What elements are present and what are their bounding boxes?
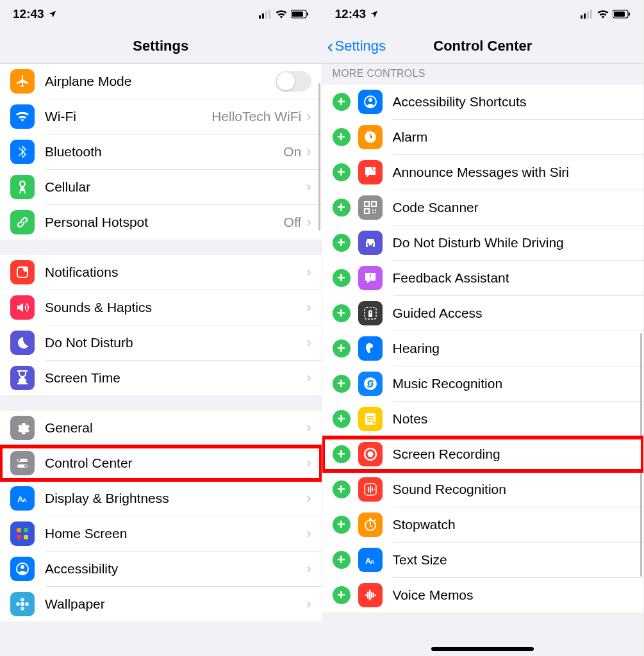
nav-bar: ‹ Settings Control Center [322, 28, 644, 64]
svg-rect-0 [259, 15, 261, 19]
notif-icon [10, 260, 35, 284]
add-button[interactable]: + [333, 375, 351, 393]
add-button[interactable]: + [333, 93, 351, 111]
row-label: Personal Hotspot [45, 215, 284, 230]
chevron-right-icon: › [306, 179, 311, 195]
row-feedback-assistant[interactable]: +!Feedback Assistant [322, 261, 644, 295]
add-button[interactable]: + [333, 516, 351, 534]
row-sound-recognition[interactable]: +Sound Recognition [322, 472, 644, 507]
row-stopwatch[interactable]: +Stopwatch [322, 507, 644, 542]
row-label: Control Center [45, 455, 306, 471]
chevron-right-icon: › [306, 144, 311, 160]
chevron-right-icon: › [306, 455, 311, 472]
add-button[interactable]: + [333, 480, 351, 498]
svg-rect-40 [372, 202, 376, 206]
switches-icon [10, 451, 35, 475]
row-alarm[interactable]: +Alarm [322, 120, 644, 154]
row-display-brightness[interactable]: AADisplay & Brightness› [0, 481, 322, 516]
row-label: Guided Access [393, 306, 634, 321]
ear-icon [358, 336, 383, 361]
row-label: Feedback Assistant [393, 270, 634, 286]
stopwatch-icon [358, 512, 383, 537]
add-button[interactable]: + [333, 199, 351, 217]
row-guided-access[interactable]: +Guided Access [322, 296, 644, 331]
row-wifi[interactable]: Wi-FiHelloTech WiFi› [0, 99, 322, 134]
shazam-icon [358, 372, 383, 396]
hourglass-icon [10, 366, 35, 390]
svg-rect-45 [375, 212, 376, 213]
row-cellular[interactable]: Cellular› [0, 170, 322, 204]
row-home-screen[interactable]: Home Screen› [0, 516, 322, 551]
row-code-scanner[interactable]: +Code Scanner [322, 190, 644, 225]
back-button[interactable]: ‹ Settings [327, 37, 386, 56]
svg-rect-17 [17, 535, 21, 539]
svg-rect-18 [24, 535, 28, 539]
row-notifications[interactable]: Notifications› [0, 255, 322, 290]
svg-point-49 [364, 377, 377, 390]
row-label: Notes [393, 411, 634, 427]
row-accessibility-shortcuts[interactable]: +Accessibility Shortcuts [322, 85, 644, 119]
car-icon [358, 231, 383, 255]
row-do-not-disturb[interactable]: Do Not Disturb› [0, 325, 322, 360]
airplane-icon [10, 69, 35, 94]
wave-icon [358, 477, 383, 502]
svg-text:A: A [370, 559, 375, 565]
link-icon [10, 210, 35, 234]
add-button[interactable]: + [333, 269, 351, 287]
add-button[interactable]: + [333, 163, 351, 181]
add-button[interactable]: + [333, 551, 351, 569]
row-screen-recording[interactable]: +Screen Recording [322, 437, 644, 472]
person-icon [10, 557, 35, 581]
chevron-right-icon: › [306, 370, 311, 386]
add-button[interactable]: + [333, 410, 351, 428]
svg-rect-48 [368, 313, 372, 317]
chevron-right-icon: › [306, 108, 311, 125]
svg-rect-27 [584, 13, 586, 19]
chevron-right-icon: › [306, 264, 311, 281]
row-label: Accessibility [45, 561, 306, 577]
row-airplane-mode[interactable]: Airplane Mode [0, 64, 322, 99]
svg-rect-42 [372, 209, 374, 211]
row-hearing[interactable]: +Hearing [322, 331, 644, 366]
svg-rect-5 [292, 12, 303, 17]
row-accessibility[interactable]: Accessibility› [0, 552, 322, 586]
svg-rect-43 [375, 209, 376, 211]
row-music-recognition[interactable]: +Music Recognition [322, 366, 644, 401]
row-label: Display & Brightness [45, 491, 306, 506]
row-text-size[interactable]: +AAText Size [322, 543, 644, 577]
add-button[interactable]: + [333, 234, 351, 252]
row-label: Wi-Fi [45, 109, 211, 124]
add-button[interactable]: + [333, 586, 351, 604]
toggle[interactable] [276, 71, 311, 92]
row-bluetooth[interactable]: BluetoothOn› [0, 135, 322, 169]
row-label: Code Scanner [393, 200, 634, 215]
row-personal-hotspot[interactable]: Personal HotspotOff› [0, 205, 322, 240]
row-label: Sound Recognition [393, 482, 634, 497]
home-indicator[interactable] [431, 647, 534, 651]
row-dnd-driving[interactable]: +Do Not Disturb While Driving [322, 226, 644, 260]
add-button[interactable]: + [333, 304, 351, 322]
row-notes[interactable]: +Notes [322, 402, 644, 436]
row-voice-memos[interactable]: +Voice Memos [322, 578, 644, 612]
row-control-center[interactable]: Control Center› [0, 446, 322, 480]
row-screen-time[interactable]: Screen Time› [0, 361, 322, 395]
scrollbar[interactable] [318, 83, 320, 231]
row-sounds-haptics[interactable]: Sounds & Haptics› [0, 290, 322, 325]
add-button[interactable]: + [333, 445, 351, 463]
row-announce-messages[interactable]: +Announce Messages with Siri [322, 155, 644, 190]
row-wallpaper[interactable]: Wallpaper› [0, 587, 322, 621]
add-button[interactable]: + [333, 128, 351, 146]
svg-point-12 [24, 465, 27, 468]
row-label: Voice Memos [393, 587, 634, 603]
svg-point-37 [367, 131, 368, 133]
row-general[interactable]: General› [0, 411, 322, 445]
svg-rect-26 [581, 15, 582, 19]
moon-icon [10, 331, 35, 355]
row-label: Bluetooth [45, 144, 283, 160]
svg-rect-39 [365, 202, 369, 206]
chevron-right-icon: › [306, 490, 311, 507]
wifi-icon [276, 10, 287, 19]
svg-point-21 [21, 602, 24, 606]
add-button[interactable]: + [333, 340, 351, 357]
svg-text:A: A [22, 497, 27, 504]
